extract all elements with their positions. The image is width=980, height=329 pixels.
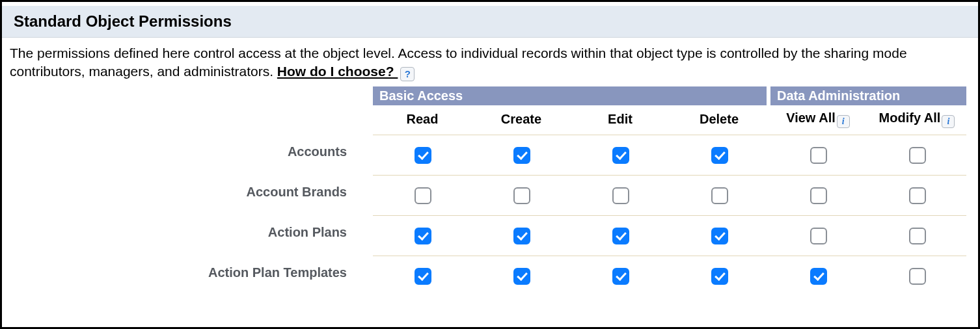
checkbox-create[interactable] [513, 147, 530, 164]
perm-cell-delete [670, 176, 769, 216]
checkbox-edit[interactable] [612, 268, 629, 285]
how-do-i-choose-link[interactable]: How do I choose? [277, 64, 398, 79]
perm-cell-edit [571, 256, 670, 296]
row-label: Action Plan Templates [366, 256, 373, 296]
section-header: Standard Object Permissions [2, 6, 978, 38]
perm-cell-read [373, 135, 472, 176]
perm-cell-viewall [769, 256, 867, 296]
perm-cell-modifyall [867, 256, 966, 296]
checkbox-modifyall[interactable] [909, 147, 926, 164]
basic-access-group: Basic Access [373, 86, 769, 105]
row-label: Accounts [366, 135, 373, 176]
col-delete: Delete [670, 105, 769, 135]
checkbox-modifyall[interactable] [909, 187, 926, 204]
permissions-table: Basic Access Data Administration Read Cr… [366, 86, 966, 296]
perm-cell-read [373, 256, 472, 296]
perm-cell-edit [571, 135, 670, 176]
checkbox-delete[interactable] [711, 268, 728, 285]
checkbox-viewall[interactable] [810, 268, 827, 285]
checkbox-read[interactable] [415, 268, 431, 285]
checkbox-edit[interactable] [612, 147, 629, 164]
checkbox-delete[interactable] [711, 228, 728, 244]
description-text: The permissions defined here control acc… [10, 46, 907, 79]
perm-cell-edit [571, 216, 670, 256]
col-edit: Edit [571, 105, 670, 135]
checkbox-modifyall[interactable] [909, 268, 926, 285]
perm-cell-modifyall [867, 216, 966, 256]
table-row: Action Plans [366, 216, 966, 256]
perm-cell-create [472, 135, 571, 176]
perm-cell-delete [670, 135, 769, 176]
checkbox-read[interactable] [415, 228, 431, 244]
help-icon[interactable]: ? [400, 67, 415, 81]
checkbox-create[interactable] [513, 187, 530, 204]
checkbox-edit[interactable] [612, 228, 629, 244]
table-row: Account Brands [366, 176, 966, 216]
col-viewall: View Alli [769, 105, 867, 135]
col-create: Create [472, 105, 571, 135]
checkbox-viewall[interactable] [810, 147, 827, 164]
info-icon[interactable]: i [837, 115, 850, 128]
perm-cell-viewall [769, 216, 867, 256]
col-read: Read [373, 105, 472, 135]
checkbox-read[interactable] [415, 147, 431, 164]
perm-cell-delete [670, 256, 769, 296]
perm-cell-edit [571, 176, 670, 216]
info-icon[interactable]: i [942, 115, 955, 128]
permissions-description: The permissions defined here control acc… [2, 38, 978, 86]
perm-cell-create [472, 256, 571, 296]
row-label: Account Brands [366, 176, 373, 216]
perm-cell-read [373, 216, 472, 256]
checkbox-viewall[interactable] [810, 228, 827, 244]
column-header-row: Read Create Edit Delete View Alli Modify… [366, 105, 966, 135]
perm-cell-viewall [769, 176, 867, 216]
checkbox-delete[interactable] [711, 187, 728, 204]
col-modifyall: Modify Alli [867, 105, 966, 135]
checkbox-create[interactable] [513, 228, 530, 244]
checkbox-modifyall[interactable] [909, 228, 926, 244]
checkbox-create[interactable] [513, 268, 530, 285]
row-label: Action Plans [366, 216, 373, 256]
checkbox-delete[interactable] [711, 147, 728, 164]
perm-cell-read [373, 176, 472, 216]
perm-cell-create [472, 216, 571, 256]
data-admin-group: Data Administration [769, 86, 966, 105]
perm-cell-modifyall [867, 135, 966, 176]
table-row: Action Plan Templates [366, 256, 966, 296]
table-row: Accounts [366, 135, 966, 176]
checkbox-viewall[interactable] [810, 187, 827, 204]
checkbox-edit[interactable] [612, 187, 629, 204]
group-header-row: Basic Access Data Administration [366, 86, 966, 105]
perm-cell-modifyall [867, 176, 966, 216]
checkbox-read[interactable] [415, 187, 431, 204]
perm-cell-create [472, 176, 571, 216]
perm-cell-delete [670, 216, 769, 256]
perm-cell-viewall [769, 135, 867, 176]
